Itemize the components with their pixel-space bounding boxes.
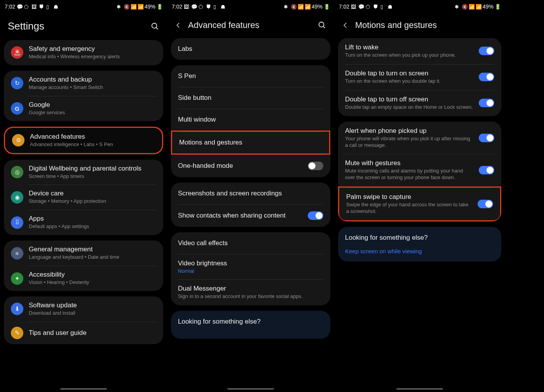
adv-labs[interactable]: Labs: [171, 38, 330, 60]
svg-point-0: [152, 23, 157, 28]
sub: Vision • Hearing • Dexterity: [29, 279, 156, 286]
app2-icon: ☗: [54, 4, 59, 10]
messenger-icon: 💬: [17, 4, 23, 10]
signal-icon: 📶: [305, 4, 310, 10]
bluetooth-icon: ✱: [284, 4, 289, 10]
adv-video-brightness[interactable]: Video brightness Normal: [171, 254, 330, 279]
adv-screenshots[interactable]: Screenshots and screen recordings: [171, 183, 330, 204]
settings-safety[interactable]: 🚨 Safety and emergency Medical info • Wi…: [4, 40, 163, 65]
battery-pct: 49%: [483, 3, 493, 10]
lift-to-wake[interactable]: Lift to wake Turn on the screen when you…: [338, 38, 501, 64]
double-tap-on[interactable]: Double tap to turn on screen Turn on the…: [338, 64, 501, 90]
battery-icon: 🔋: [157, 4, 162, 10]
settings-wellbeing[interactable]: ◎ Digital Wellbeing and parental control…: [4, 160, 163, 185]
adv-side-button[interactable]: Side button: [171, 87, 330, 109]
wellbeing-icon: ◎: [11, 166, 23, 178]
signal-icon: 📶: [138, 4, 143, 10]
label: Lift to wake: [345, 44, 473, 51]
sub: Manage accounts • Smart Switch: [29, 84, 156, 91]
back-button[interactable]: [342, 22, 349, 29]
label: Software update: [29, 301, 156, 309]
adv-multi-window[interactable]: Multi window: [171, 109, 330, 131]
messenger-icon: 💬: [358, 4, 364, 10]
home-icon: ⬠: [24, 4, 30, 10]
adv-spen[interactable]: S Pen: [171, 65, 330, 87]
clock: 7:02: [339, 3, 349, 10]
group-labs: Labs: [171, 38, 330, 60]
settings-accounts[interactable]: ↻ Accounts and backup Manage accounts • …: [4, 71, 163, 96]
settings-accessibility[interactable]: ✦ Accessibility Vision • Hearing • Dexte…: [4, 266, 163, 291]
mute-icon: 🔇: [462, 4, 467, 10]
mute-gestures[interactable]: Mute with gestures Mute incoming calls a…: [338, 154, 501, 186]
toggle-alert[interactable]: [479, 134, 494, 142]
label: Accessibility: [29, 271, 156, 279]
toggle-onehand[interactable]: [308, 162, 323, 170]
label: Double tap to turn off screen: [345, 96, 473, 103]
wifi-icon: 📶: [469, 4, 474, 10]
keep-screen-link[interactable]: Keep screen on while viewing: [345, 248, 494, 254]
group-accounts: ↻ Accounts and backup Manage accounts • …: [4, 71, 163, 121]
svg-line-3: [323, 26, 325, 28]
header-motions: Motions and gestures: [334, 13, 505, 38]
search-icon[interactable]: [151, 22, 159, 31]
page-title: Motions and gestures: [355, 20, 497, 30]
mute-icon: 🔇: [124, 4, 129, 10]
label: Palm swipe to capture: [346, 193, 472, 201]
app2-icon: ☗: [221, 4, 227, 10]
sub: Default apps • App settings: [29, 223, 156, 230]
adv-video-effects[interactable]: Video call effects: [171, 232, 330, 254]
back-button[interactable]: [175, 22, 182, 29]
sub: Swipe the edge of your hand across the s…: [346, 202, 472, 215]
screen-advanced-features: 7:02 🖼 💬 ⬠ ⛊ ▯ ☗ ✱ 🔇 📶 📶 49% 🔋 Advanced …: [167, 0, 334, 392]
app-icon: ▯: [213, 4, 219, 10]
toggle-palm-swipe[interactable]: [478, 200, 493, 208]
group-alert: Alert when phone picked up Your phone wi…: [338, 122, 501, 221]
label: Double tap to turn on screen: [345, 70, 473, 77]
sub: Screen time • App timers: [29, 173, 156, 180]
settings-device-care[interactable]: ◉ Device care Storage • Memory • App pro…: [4, 185, 163, 210]
group-video: Video call effects Video brightness Norm…: [171, 232, 330, 305]
settings-software-update[interactable]: ⬇ Software update Download and install: [4, 296, 163, 322]
settings-apps[interactable]: ⠿ Apps Default apps • App settings: [4, 210, 163, 235]
shield-icon: ⛊: [206, 4, 212, 10]
bluetooth-icon: ✱: [117, 4, 122, 10]
looking-for: Looking for something else? Keep screen …: [338, 227, 501, 261]
adv-motions-gestures[interactable]: Motions and gestures: [171, 131, 330, 155]
app-icon: ▯: [380, 4, 386, 10]
wifi-icon: 📶: [298, 4, 303, 10]
label: Accounts and backup: [29, 76, 156, 84]
battery-icon: 🔋: [324, 4, 330, 10]
label: Alert when phone picked up: [345, 127, 473, 135]
settings-advanced-features[interactable]: ⚙ Advanced features Advanced intelligenc…: [5, 128, 162, 153]
clock: 7:02: [172, 3, 182, 10]
adv-one-handed[interactable]: One-handed mode: [171, 155, 330, 177]
adv-dual-messenger[interactable]: Dual Messenger Sign in to a second accou…: [171, 279, 330, 305]
adv-show-contacts[interactable]: Show contacts when sharing content: [171, 204, 330, 227]
toggle-mute[interactable]: [479, 166, 494, 174]
looking-title: Looking for something else?: [345, 234, 494, 242]
settings-google[interactable]: G Google Google services: [4, 96, 163, 121]
label: Advanced features: [30, 133, 155, 141]
app2-icon: ☗: [388, 4, 394, 10]
toggle-lift-wake[interactable]: [479, 47, 494, 55]
status-bar: 7:02 🖼 💬 ⬠ ⛊ ▯ ☗ ✱ 🔇 📶 📶 49% 🔋: [334, 0, 505, 13]
sub: Sign in to a second account in your favo…: [178, 293, 323, 300]
sub: Your phone will vibrate when you pick it…: [345, 136, 473, 149]
gallery-icon: 🖼: [184, 4, 190, 10]
palm-swipe-capture[interactable]: Palm swipe to capture Swipe the edge of …: [338, 186, 501, 221]
settings-general[interactable]: ≡ General management Language and keyboa…: [4, 240, 163, 266]
label: One-handed mode: [178, 162, 302, 170]
toggle-contacts[interactable]: [308, 211, 323, 220]
search-icon[interactable]: [318, 21, 326, 30]
double-tap-off[interactable]: Double tap to turn off screen Double tap…: [338, 90, 501, 116]
alert-picked-up[interactable]: Alert when phone picked up Your phone wi…: [338, 122, 501, 154]
settings-tips[interactable]: ✎ Tips and user guide: [4, 322, 163, 344]
looking-title: Looking for something else?: [178, 318, 323, 326]
label: Tips and user guide: [29, 329, 156, 337]
clock: 7:02: [5, 3, 15, 10]
label: General management: [29, 246, 156, 253]
value: Normal: [178, 268, 323, 274]
toggle-doubletap-on[interactable]: [479, 73, 494, 81]
toggle-doubletap-off[interactable]: [479, 99, 494, 107]
group-general: ≡ General management Language and keyboa…: [4, 240, 163, 291]
